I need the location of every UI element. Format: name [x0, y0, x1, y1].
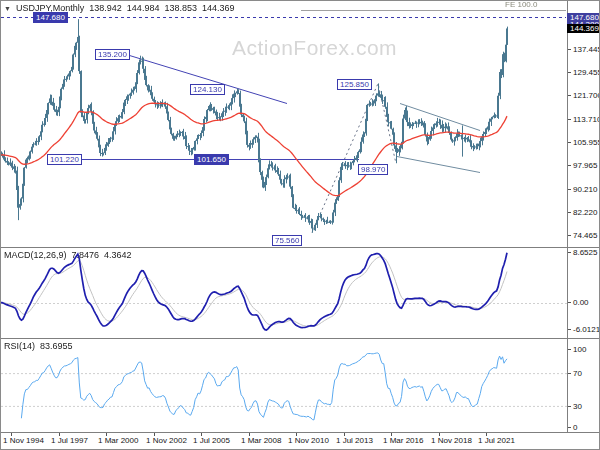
bar-close: 144.369 [202, 3, 235, 13]
pane-divider [1, 432, 600, 433]
time-axis-label: 1 Jul 1997 [51, 436, 88, 445]
rsi-axis-label: 100 [568, 345, 600, 354]
fe-level-label[interactable]: FE 100.0 [505, 1, 537, 9]
time-axis-label: 1 Nov 2018 [431, 436, 472, 445]
price-label-101220[interactable]: 101.220 [47, 154, 82, 165]
bar-high: 144.984 [127, 3, 160, 13]
price-label-124130[interactable]: 124.130 [190, 84, 225, 95]
chart-window: ActionForex.com ▼USDJPY,Monthly138.94214… [0, 0, 600, 450]
price-axis-label: 137.445 [568, 45, 600, 54]
time-axis-label: 1 Jul 2005 [193, 436, 230, 445]
macd-canvas[interactable] [1, 248, 567, 338]
price-axis-label: 113.710 [568, 115, 600, 124]
price-label-125850[interactable]: 125.850 [337, 79, 372, 90]
rsi-axis-label: 30 [568, 402, 600, 411]
price-axis-label: 90.210 [568, 185, 600, 194]
bid-price-tag: 144.369 [567, 24, 600, 33]
rsi-indicator-label: RSI(14)83.6955 [4, 341, 78, 351]
price-label-101650[interactable]: 101.650 [194, 154, 229, 165]
macd-signal-value: 4.3642 [104, 250, 132, 260]
price-label-75560[interactable]: 75.560 [272, 235, 302, 246]
price-axis-label: 105.955 [568, 138, 600, 147]
macd-axis-label: 8.6525 [568, 248, 600, 257]
time-axis-label: 1 Jul 2021 [478, 436, 515, 445]
macd-title: MACD(12,26,9) [4, 250, 67, 260]
time-axis-label: 1 Nov 1994 [3, 436, 44, 445]
price-axis[interactable]: 137.445 129.455 121.700 113.710 105.955 … [568, 1, 600, 433]
price-label-135200[interactable]: 135.200 [95, 49, 130, 60]
price-axis-label: 121.700 [568, 91, 600, 100]
bar-open: 138.942 [89, 3, 122, 13]
symbol-expander-icon[interactable]: ▼ [4, 5, 11, 12]
macd-axis-label: 0.00 [568, 298, 600, 307]
time-axis-label: 1 Mar 2000 [98, 436, 138, 445]
rsi-axis-label: 0 [568, 423, 600, 432]
price-axis-label: 129.455 [568, 68, 600, 77]
pane-divider[interactable] [1, 247, 600, 248]
price-label-98970[interactable]: 98.970 [358, 164, 388, 175]
rsi-value: 83.6955 [40, 341, 73, 351]
macd-axis-label: -6.0121 [568, 325, 600, 334]
price-axis-label: 74.465 [568, 231, 600, 240]
watermark: ActionForex.com [232, 36, 397, 60]
price-axis-label: 97.965 [568, 161, 600, 170]
bar-low: 138.853 [164, 3, 197, 13]
macd-main-value: 7.8476 [72, 250, 100, 260]
time-axis-label: 1 Mar 2008 [241, 436, 281, 445]
time-axis-label: 1 Nov 2002 [146, 436, 187, 445]
price-axis-label: 82.220 [568, 208, 600, 217]
time-axis-label: 1 Jul 2013 [336, 436, 373, 445]
rsi-canvas[interactable] [1, 339, 567, 432]
rsi-title: RSI(14) [4, 341, 35, 351]
time-axis-label: 1 Nov 2010 [288, 436, 329, 445]
pane-divider[interactable] [1, 338, 600, 339]
rsi-axis-label: 70 [568, 369, 600, 378]
time-axis-label: 1 Mar 2016 [383, 436, 423, 445]
macd-indicator-label: MACD(12,26,9)7.84764.3642 [4, 250, 137, 260]
price-label-147680[interactable]: 147.680 [33, 12, 68, 23]
